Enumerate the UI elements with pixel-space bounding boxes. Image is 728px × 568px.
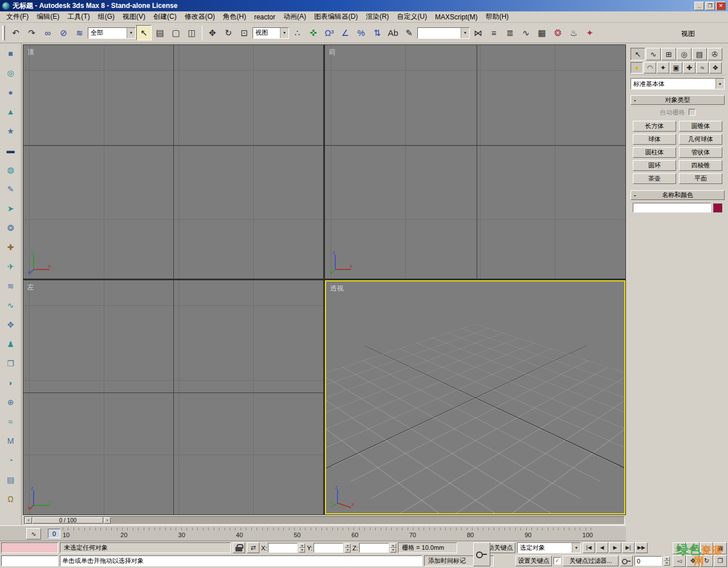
spinner-down-icon[interactable]: ▾	[299, 548, 305, 553]
helpers-subtab[interactable]: ✚	[683, 62, 696, 73]
shapes-subtab[interactable]: ◠	[644, 62, 656, 73]
gear-tool-icon[interactable]: ❂	[4, 222, 18, 234]
cone-button[interactable]: 圆锥体	[679, 121, 722, 132]
pencil-tool-icon[interactable]: ✎	[4, 183, 18, 195]
menu-rendering[interactable]: 渲染(R)	[362, 11, 393, 23]
move-tool-icon[interactable]: ✥	[4, 319, 18, 330]
menu-edit[interactable]: 编辑(E)	[32, 11, 63, 23]
box-tool-icon[interactable]: ■	[4, 48, 18, 59]
go-to-start-button[interactable]: |◀	[583, 542, 595, 553]
toolbar-grip[interactable]	[2, 26, 5, 40]
cylinder-button[interactable]: 圆柱体	[633, 147, 676, 158]
menu-maxscript[interactable]: MAXScript(M)	[431, 12, 482, 22]
coordinate-field[interactable]	[359, 543, 389, 553]
object-category-dropdown[interactable]: 标准基本体 ▼	[631, 78, 725, 89]
field-of-view-icon[interactable]: ◅	[673, 555, 686, 567]
select-and-rotate-icon[interactable]: ↻	[221, 25, 236, 40]
time-slider-left-arrow[interactable]: ‹	[25, 517, 32, 524]
material-editor-icon[interactable]: ❂	[550, 25, 566, 40]
arrow-tool-icon[interactable]: ➤	[4, 203, 18, 214]
select-and-link-icon[interactable]: ∞	[40, 25, 55, 40]
keyboard-shortcut-override-icon[interactable]: Ab	[385, 25, 401, 40]
menu-reactor[interactable]: reactor	[250, 12, 279, 22]
angle-snap-toggle-icon[interactable]: ∠	[337, 25, 353, 40]
zoom-icon[interactable]: ⊕	[673, 542, 686, 554]
create-tab[interactable]: ↖	[631, 48, 645, 60]
menu-character[interactable]: 角色(H)	[219, 11, 250, 23]
sphere-tool-icon[interactable]: ●	[4, 87, 18, 98]
biped-tool-icon[interactable]: ♟	[4, 338, 18, 350]
dropdown-arrow-icon[interactable]: ▼	[572, 543, 580, 553]
spline-tool-icon[interactable]: ∿	[4, 300, 18, 311]
title-bar[interactable]: 无标题 - Autodesk 3ds Max 8 - Stand-alone L…	[0, 0, 728, 11]
zoom-extents-all-icon[interactable]: ▣	[714, 542, 727, 554]
space-warps-subtab[interactable]: ≈	[696, 62, 709, 73]
viewport-front[interactable]: 前 X Z Y	[325, 45, 625, 279]
zoom-extents-icon[interactable]: ▢	[700, 542, 713, 554]
spinner-down-icon[interactable]: ▾	[664, 561, 670, 566]
time-slider-track[interactable]: ‹ 0 / 100 ›	[24, 516, 625, 525]
spinner-up-icon[interactable]: ▴	[299, 544, 305, 548]
dropdown-arrow-icon[interactable]: ▼	[715, 79, 724, 89]
schematic-view-icon[interactable]: ▦	[534, 25, 550, 40]
set-key-button[interactable]: 设置关键点	[515, 555, 552, 566]
close-button[interactable]: ✕	[716, 2, 726, 10]
key-mode-toggle[interactable]	[620, 555, 633, 566]
cross-tool-icon[interactable]: ✚	[4, 242, 18, 253]
viewport-label[interactable]: 前	[329, 47, 336, 57]
time-slider-handle[interactable]: 0 / 100	[32, 517, 103, 524]
object-name-field[interactable]	[633, 203, 711, 213]
menu-tools[interactable]: 工具(T)	[63, 11, 93, 23]
set-key-mode-button[interactable]	[473, 542, 490, 566]
bind-to-space-warp-icon[interactable]: ≋	[72, 25, 87, 40]
percent-snap-toggle-icon[interactable]: %	[353, 25, 369, 40]
menu-file[interactable]: 文件(F)	[2, 11, 32, 23]
geometry-subtab[interactable]: ●	[631, 62, 643, 73]
timeline-ruler[interactable]: 102030405060708090100	[63, 526, 593, 540]
geosphere-button[interactable]: 几何球体	[679, 134, 722, 145]
mirror-icon[interactable]: ⋈	[470, 25, 486, 40]
render-scene-icon[interactable]: ♨	[566, 25, 581, 40]
current-frame-marker[interactable]: 0	[48, 529, 60, 538]
tube-button[interactable]: 管状体	[679, 147, 722, 158]
coordinate-field[interactable]	[314, 543, 343, 553]
pan-icon[interactable]: ✥	[686, 555, 699, 567]
redo-icon[interactable]: ↷	[24, 25, 39, 40]
menu-group[interactable]: 组(G)	[94, 11, 119, 23]
cameras-subtab[interactable]: ▣	[670, 62, 682, 73]
rectangular-selection-region-icon[interactable]: ▢	[168, 25, 184, 40]
wave-tool-icon[interactable]: ≋	[4, 280, 18, 292]
unlink-selection-icon[interactable]: ⊘	[56, 25, 71, 40]
dropdown-arrow-icon[interactable]: ▼	[127, 28, 135, 38]
named-selection-sets-dropdown[interactable]: ▼	[417, 27, 470, 39]
select-object-button[interactable]: ↖	[136, 25, 152, 40]
open-mini-curve-editor-button[interactable]: ∿	[26, 528, 41, 540]
select-by-name-icon[interactable]: ▤	[152, 25, 168, 40]
select-and-manipulate-icon[interactable]: ✜	[306, 25, 321, 40]
edit-named-selection-sets-icon[interactable]: ✎	[401, 25, 417, 40]
pyramid-button[interactable]: 四棱锥	[679, 160, 722, 171]
disc-tool-icon[interactable]: ◍	[4, 164, 18, 175]
viewport-label[interactable]: 左	[27, 283, 34, 292]
maxscript-mini-listener-input[interactable]	[1, 555, 58, 566]
selection-set-dropdown[interactable]: 选定对象 ▼	[517, 542, 581, 553]
key-filters-button[interactable]: 关键点过滤器...	[563, 555, 619, 566]
torus-button[interactable]: 圆环	[633, 160, 676, 171]
next-frame-button[interactable]: ▶|	[622, 542, 635, 553]
window-crossing-icon[interactable]: ◫	[184, 25, 200, 40]
zoom-all-icon[interactable]: ⊛	[686, 542, 699, 554]
plane-tool-icon[interactable]: ▬	[4, 145, 18, 156]
menu-graph-editors[interactable]: 图表编辑器(D)	[310, 11, 362, 23]
viewport-top[interactable]: 顶 X Y Z	[23, 45, 323, 279]
time-slider-right-arrow[interactable]: ›	[104, 517, 111, 524]
play-animation-button[interactable]: ▶	[609, 542, 621, 553]
viewport-label[interactable]: 透视	[330, 284, 344, 293]
sphere-button[interactable]: 球体	[633, 134, 676, 145]
droplet-tool-icon[interactable]: ◗	[4, 377, 18, 389]
spring-tool-icon[interactable]: ≈	[4, 416, 18, 427]
menu-create[interactable]: 创建(C)	[149, 11, 181, 23]
spinner-up-icon[interactable]: ▴	[344, 544, 351, 548]
object-type-rollout[interactable]: - 对象类型	[631, 95, 725, 105]
use-pivot-point-center-icon[interactable]: ∴	[290, 25, 305, 40]
align-icon[interactable]: ≡	[486, 25, 502, 40]
